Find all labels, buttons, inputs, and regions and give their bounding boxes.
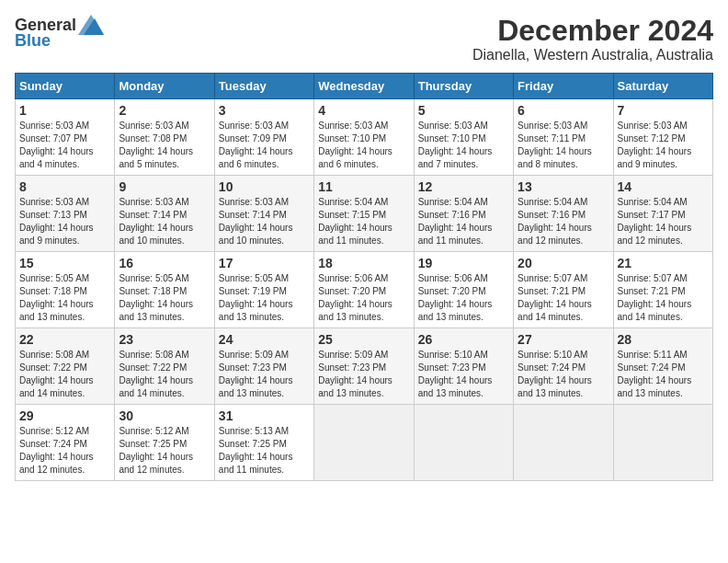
calendar-cell: 21Sunrise: 5:07 AM Sunset: 7:21 PM Dayli… bbox=[613, 252, 712, 328]
logo: General Blue bbox=[15, 15, 104, 51]
calendar-week-row: 1Sunrise: 5:03 AM Sunset: 7:07 PM Daylig… bbox=[16, 99, 713, 176]
calendar-cell bbox=[414, 405, 513, 481]
calendar-cell bbox=[314, 405, 414, 481]
logo-blue-text: Blue bbox=[15, 31, 51, 51]
day-number: 13 bbox=[518, 179, 609, 194]
day-info: Sunrise: 5:03 AM Sunset: 7:14 PM Dayligh… bbox=[119, 196, 210, 247]
day-info: Sunrise: 5:04 AM Sunset: 7:15 PM Dayligh… bbox=[318, 196, 409, 247]
calendar-cell: 24Sunrise: 5:09 AM Sunset: 7:23 PM Dayli… bbox=[214, 328, 313, 405]
day-info: Sunrise: 5:13 AM Sunset: 7:25 PM Dayligh… bbox=[219, 425, 310, 477]
day-number: 22 bbox=[19, 332, 110, 347]
calendar-cell: 1Sunrise: 5:03 AM Sunset: 7:07 PM Daylig… bbox=[16, 99, 115, 176]
calendar-cell: 6Sunrise: 5:03 AM Sunset: 7:11 PM Daylig… bbox=[514, 99, 613, 176]
day-number: 27 bbox=[518, 332, 609, 347]
day-number: 28 bbox=[618, 332, 709, 347]
title-block: December 2024 Dianella, Western Australi… bbox=[472, 15, 713, 63]
calendar-cell: 4Sunrise: 5:03 AM Sunset: 7:10 PM Daylig… bbox=[314, 99, 414, 176]
calendar-day-header: Monday bbox=[115, 74, 214, 99]
day-number: 20 bbox=[518, 256, 609, 270]
calendar-cell: 17Sunrise: 5:05 AM Sunset: 7:19 PM Dayli… bbox=[214, 252, 313, 328]
calendar-cell: 14Sunrise: 5:04 AM Sunset: 7:17 PM Dayli… bbox=[613, 176, 712, 252]
calendar-cell: 13Sunrise: 5:04 AM Sunset: 7:16 PM Dayli… bbox=[514, 176, 613, 252]
day-info: Sunrise: 5:03 AM Sunset: 7:10 PM Dayligh… bbox=[318, 120, 409, 171]
day-info: Sunrise: 5:07 AM Sunset: 7:21 PM Dayligh… bbox=[618, 272, 709, 324]
calendar-cell: 28Sunrise: 5:11 AM Sunset: 7:24 PM Dayli… bbox=[613, 328, 712, 405]
calendar-day-header: Saturday bbox=[613, 74, 712, 99]
calendar-day-header: Sunday bbox=[16, 74, 115, 99]
day-number: 8 bbox=[19, 179, 110, 194]
calendar-cell: 10Sunrise: 5:03 AM Sunset: 7:14 PM Dayli… bbox=[214, 176, 313, 252]
day-number: 21 bbox=[618, 256, 709, 270]
day-number: 24 bbox=[219, 332, 310, 347]
calendar-cell: 31Sunrise: 5:13 AM Sunset: 7:25 PM Dayli… bbox=[214, 405, 313, 481]
day-info: Sunrise: 5:08 AM Sunset: 7:22 PM Dayligh… bbox=[119, 349, 210, 400]
calendar-cell: 19Sunrise: 5:06 AM Sunset: 7:20 PM Dayli… bbox=[414, 252, 513, 328]
day-info: Sunrise: 5:04 AM Sunset: 7:16 PM Dayligh… bbox=[418, 196, 509, 247]
day-info: Sunrise: 5:03 AM Sunset: 7:07 PM Dayligh… bbox=[19, 120, 110, 171]
day-number: 26 bbox=[418, 332, 509, 347]
day-info: Sunrise: 5:10 AM Sunset: 7:24 PM Dayligh… bbox=[518, 349, 609, 400]
day-info: Sunrise: 5:05 AM Sunset: 7:18 PM Dayligh… bbox=[19, 272, 110, 324]
day-info: Sunrise: 5:12 AM Sunset: 7:24 PM Dayligh… bbox=[19, 425, 110, 477]
calendar-cell: 29Sunrise: 5:12 AM Sunset: 7:24 PM Dayli… bbox=[16, 405, 115, 481]
day-number: 9 bbox=[119, 179, 210, 194]
day-info: Sunrise: 5:04 AM Sunset: 7:17 PM Dayligh… bbox=[618, 196, 709, 247]
day-number: 4 bbox=[318, 103, 409, 118]
day-info: Sunrise: 5:03 AM Sunset: 7:09 PM Dayligh… bbox=[219, 120, 310, 171]
calendar-cell: 27Sunrise: 5:10 AM Sunset: 7:24 PM Dayli… bbox=[514, 328, 613, 405]
day-info: Sunrise: 5:04 AM Sunset: 7:16 PM Dayligh… bbox=[518, 196, 609, 247]
calendar-cell: 7Sunrise: 5:03 AM Sunset: 7:12 PM Daylig… bbox=[613, 99, 712, 176]
calendar-cell: 11Sunrise: 5:04 AM Sunset: 7:15 PM Dayli… bbox=[314, 176, 414, 252]
day-info: Sunrise: 5:09 AM Sunset: 7:23 PM Dayligh… bbox=[318, 349, 409, 400]
calendar-week-row: 22Sunrise: 5:08 AM Sunset: 7:22 PM Dayli… bbox=[16, 328, 713, 405]
calendar-day-header: Friday bbox=[514, 74, 613, 99]
calendar-cell: 15Sunrise: 5:05 AM Sunset: 7:18 PM Dayli… bbox=[16, 252, 115, 328]
calendar-cell: 12Sunrise: 5:04 AM Sunset: 7:16 PM Dayli… bbox=[414, 176, 513, 252]
day-info: Sunrise: 5:10 AM Sunset: 7:23 PM Dayligh… bbox=[418, 349, 509, 400]
calendar-cell: 26Sunrise: 5:10 AM Sunset: 7:23 PM Dayli… bbox=[414, 328, 513, 405]
calendar-cell: 2Sunrise: 5:03 AM Sunset: 7:08 PM Daylig… bbox=[115, 99, 214, 176]
day-number: 19 bbox=[418, 256, 509, 270]
day-number: 7 bbox=[618, 103, 709, 118]
day-info: Sunrise: 5:09 AM Sunset: 7:23 PM Dayligh… bbox=[219, 349, 310, 400]
page-title: December 2024 bbox=[472, 15, 713, 47]
day-number: 25 bbox=[318, 332, 409, 347]
day-info: Sunrise: 5:03 AM Sunset: 7:10 PM Dayligh… bbox=[418, 120, 509, 171]
day-number: 30 bbox=[119, 408, 210, 423]
day-number: 6 bbox=[518, 103, 609, 118]
calendar-cell: 8Sunrise: 5:03 AM Sunset: 7:13 PM Daylig… bbox=[16, 176, 115, 252]
day-number: 23 bbox=[119, 332, 210, 347]
day-info: Sunrise: 5:03 AM Sunset: 7:08 PM Dayligh… bbox=[119, 120, 210, 171]
day-number: 17 bbox=[219, 256, 310, 270]
calendar-cell: 20Sunrise: 5:07 AM Sunset: 7:21 PM Dayli… bbox=[514, 252, 613, 328]
calendar-week-row: 29Sunrise: 5:12 AM Sunset: 7:24 PM Dayli… bbox=[16, 405, 713, 481]
calendar-cell: 22Sunrise: 5:08 AM Sunset: 7:22 PM Dayli… bbox=[16, 328, 115, 405]
calendar-week-row: 8Sunrise: 5:03 AM Sunset: 7:13 PM Daylig… bbox=[16, 176, 713, 252]
calendar-header-row: SundayMondayTuesdayWednesdayThursdayFrid… bbox=[16, 74, 713, 99]
day-info: Sunrise: 5:05 AM Sunset: 7:18 PM Dayligh… bbox=[119, 272, 210, 324]
day-number: 1 bbox=[19, 103, 110, 118]
day-number: 5 bbox=[418, 103, 509, 118]
calendar-day-header: Wednesday bbox=[314, 74, 414, 99]
day-info: Sunrise: 5:08 AM Sunset: 7:22 PM Dayligh… bbox=[19, 349, 110, 400]
calendar-cell bbox=[514, 405, 613, 481]
calendar-day-header: Tuesday bbox=[214, 74, 313, 99]
day-number: 31 bbox=[219, 408, 310, 423]
day-number: 2 bbox=[119, 103, 210, 118]
day-number: 15 bbox=[19, 256, 110, 270]
day-number: 14 bbox=[618, 179, 709, 194]
calendar-cell: 23Sunrise: 5:08 AM Sunset: 7:22 PM Dayli… bbox=[115, 328, 214, 405]
day-number: 10 bbox=[219, 179, 310, 194]
day-info: Sunrise: 5:11 AM Sunset: 7:24 PM Dayligh… bbox=[618, 349, 709, 400]
day-info: Sunrise: 5:12 AM Sunset: 7:25 PM Dayligh… bbox=[119, 425, 210, 477]
day-number: 16 bbox=[119, 256, 210, 270]
calendar-cell: 3Sunrise: 5:03 AM Sunset: 7:09 PM Daylig… bbox=[214, 99, 313, 176]
calendar-week-row: 15Sunrise: 5:05 AM Sunset: 7:18 PM Dayli… bbox=[16, 252, 713, 328]
day-info: Sunrise: 5:03 AM Sunset: 7:13 PM Dayligh… bbox=[19, 196, 110, 247]
day-number: 3 bbox=[219, 103, 310, 118]
calendar-cell: 25Sunrise: 5:09 AM Sunset: 7:23 PM Dayli… bbox=[314, 328, 414, 405]
day-number: 12 bbox=[418, 179, 509, 194]
calendar-day-header: Thursday bbox=[414, 74, 513, 99]
calendar-cell: 5Sunrise: 5:03 AM Sunset: 7:10 PM Daylig… bbox=[414, 99, 513, 176]
day-info: Sunrise: 5:03 AM Sunset: 7:14 PM Dayligh… bbox=[219, 196, 310, 247]
